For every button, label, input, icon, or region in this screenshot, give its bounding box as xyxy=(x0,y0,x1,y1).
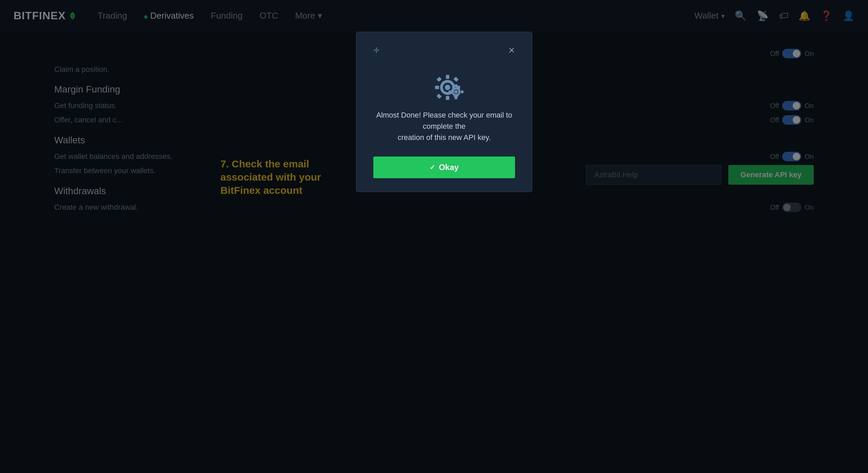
okay-label: Okay xyxy=(439,163,459,172)
svg-rect-7 xyxy=(453,77,459,82)
svg-rect-15 xyxy=(461,90,463,93)
gears-icon xyxy=(417,65,471,106)
svg-rect-6 xyxy=(436,77,442,82)
modal-okay-button[interactable]: ✓ Okay xyxy=(373,157,515,178)
modal-message: Almost Done! Please check your email to … xyxy=(373,109,515,143)
svg-rect-13 xyxy=(455,97,457,99)
svg-rect-4 xyxy=(435,86,439,89)
modal: ✛ ✕ xyxy=(356,32,532,192)
modal-header: ✛ ✕ xyxy=(373,46,515,55)
svg-rect-14 xyxy=(449,90,451,93)
svg-rect-2 xyxy=(446,75,449,79)
svg-point-1 xyxy=(445,85,450,90)
svg-rect-8 xyxy=(436,94,442,99)
modal-close-button[interactable]: ✕ xyxy=(508,46,515,55)
svg-point-11 xyxy=(454,90,458,94)
check-icon: ✓ xyxy=(430,163,435,171)
gear-icon-container xyxy=(373,65,515,106)
modal-drag-handle[interactable]: ✛ xyxy=(373,46,379,55)
svg-rect-12 xyxy=(455,84,457,87)
svg-rect-3 xyxy=(446,96,449,100)
